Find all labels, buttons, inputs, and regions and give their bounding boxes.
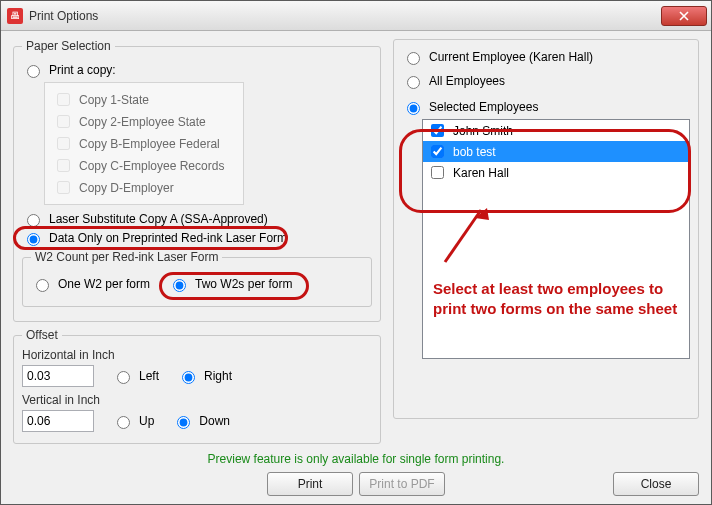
label-vertical: Vertical in Inch <box>22 393 122 407</box>
w2-count-legend: W2 Count per Red-ink Laser Form <box>31 250 222 264</box>
employee-listbox[interactable]: John Smithbob testKaren Hall <box>422 119 690 359</box>
label-one-w2: One W2 per form <box>58 277 150 291</box>
employee-row[interactable]: John Smith <box>423 120 689 141</box>
copy-checkbox[interactable] <box>57 115 70 128</box>
copy-item: Copy B-Employee Federal <box>53 134 235 153</box>
input-horizontal-offset[interactable] <box>22 365 94 387</box>
close-icon <box>679 11 689 21</box>
print-options-dialog: 🖶 Print Options Paper Selection Print a … <box>0 0 712 505</box>
titlebar[interactable]: 🖶 Print Options <box>1 1 711 31</box>
employee-name: bob test <box>453 145 496 159</box>
radio-data-only[interactable] <box>27 233 40 246</box>
copy-item: Copy 2-Employee State <box>53 112 235 131</box>
copy-label: Copy 2-Employee State <box>79 115 206 129</box>
paper-selection-legend: Paper Selection <box>22 39 115 53</box>
label-print-a-copy: Print a copy: <box>49 63 116 77</box>
paper-selection-group: Paper Selection Print a copy: Copy 1-Sta… <box>13 39 381 322</box>
employee-scope-group: Current Employee (Karen Hall) All Employ… <box>393 39 699 419</box>
label-right: Right <box>204 369 232 383</box>
radio-two-w2[interactable] <box>173 279 186 292</box>
copy-checkbox[interactable] <box>57 159 70 172</box>
input-vertical-offset[interactable] <box>22 410 94 432</box>
print-button[interactable]: Print <box>267 472 353 496</box>
employee-checkbox[interactable] <box>431 166 444 179</box>
footer: Preview feature is only available for si… <box>13 452 699 496</box>
window-close-button[interactable] <box>661 6 707 26</box>
radio-print-a-copy[interactable] <box>27 65 40 78</box>
window-title: Print Options <box>29 9 661 23</box>
radio-current-employee[interactable] <box>407 52 420 65</box>
employee-row[interactable]: bob test <box>423 141 689 162</box>
radio-laser-substitute[interactable] <box>27 214 40 227</box>
copy-list: Copy 1-StateCopy 2-Employee StateCopy B-… <box>44 82 244 205</box>
app-icon: 🖶 <box>7 8 23 24</box>
label-laser-substitute: Laser Substitute Copy A (SSA-Approved) <box>49 212 268 226</box>
preview-hint: Preview feature is only available for si… <box>13 452 699 466</box>
employee-checkbox[interactable] <box>431 145 444 158</box>
radio-left[interactable] <box>117 371 130 384</box>
copy-label: Copy 1-State <box>79 93 149 107</box>
copy-label: Copy B-Employee Federal <box>79 137 220 151</box>
label-all-employees: All Employees <box>429 74 505 88</box>
copy-checkbox[interactable] <box>57 181 70 194</box>
employee-name: Karen Hall <box>453 166 509 180</box>
label-two-w2: Two W2s per form <box>195 277 292 291</box>
close-button[interactable]: Close <box>613 472 699 496</box>
label-data-only: Data Only on Preprinted Red-ink Laser Fo… <box>49 231 287 245</box>
radio-down[interactable] <box>177 416 190 429</box>
radio-all-employees[interactable] <box>407 76 420 89</box>
offset-legend: Offset <box>22 328 62 342</box>
radio-up[interactable] <box>117 416 130 429</box>
radio-one-w2[interactable] <box>36 279 49 292</box>
radio-selected-employees[interactable] <box>407 102 420 115</box>
copy-checkbox[interactable] <box>57 93 70 106</box>
employee-name: John Smith <box>453 124 513 138</box>
label-selected-employees: Selected Employees <box>429 100 538 114</box>
employee-checkbox[interactable] <box>431 124 444 137</box>
label-down: Down <box>199 414 230 428</box>
label-current-employee: Current Employee (Karen Hall) <box>429 50 593 64</box>
w2-count-group: W2 Count per Red-ink Laser Form One W2 p… <box>22 250 372 307</box>
label-horizontal: Horizontal in Inch <box>22 348 122 362</box>
copy-label: Copy C-Employee Records <box>79 159 224 173</box>
employee-row[interactable]: Karen Hall <box>423 162 689 183</box>
offset-group: Offset Horizontal in Inch Left Right Ver… <box>13 328 381 444</box>
label-up: Up <box>139 414 154 428</box>
copy-checkbox[interactable] <box>57 137 70 150</box>
radio-right[interactable] <box>182 371 195 384</box>
copy-label: Copy D-Employer <box>79 181 174 195</box>
copy-item: Copy C-Employee Records <box>53 156 235 175</box>
print-to-pdf-button[interactable]: Print to PDF <box>359 472 445 496</box>
label-left: Left <box>139 369 159 383</box>
copy-item: Copy D-Employer <box>53 178 235 197</box>
copy-item: Copy 1-State <box>53 90 235 109</box>
